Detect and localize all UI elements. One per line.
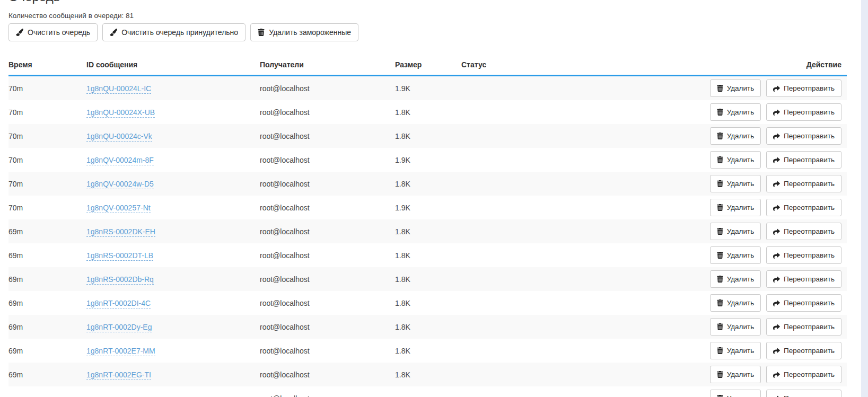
resend-message-button[interactable]: Переотправить bbox=[766, 175, 841, 192]
cell-status bbox=[461, 196, 695, 219]
cell-message-id: 1g8nRT-0002Dy-Eg bbox=[86, 315, 260, 339]
forward-arrow-icon bbox=[773, 228, 780, 235]
message-id-link[interactable]: 1g8nRS-0002DK-EH bbox=[86, 227, 155, 237]
delete-message-button[interactable]: Удалить bbox=[710, 390, 761, 397]
delete-message-label: Удалить bbox=[727, 370, 755, 378]
page-title: Очередь bbox=[8, 0, 860, 4]
resend-message-label: Переотправить bbox=[784, 132, 835, 140]
message-id-link[interactable]: 1g8nQV-00024m-8F bbox=[86, 156, 154, 165]
resend-message-label: Переотправить bbox=[784, 180, 835, 188]
resend-message-button[interactable]: Переотправить bbox=[766, 127, 841, 145]
delete-message-button[interactable]: Удалить bbox=[710, 151, 761, 169]
cell-action: Удалить Переотправить bbox=[695, 100, 847, 124]
resend-message-button[interactable]: Переотправить bbox=[766, 246, 841, 264]
cell-action: Удалить Переотправить bbox=[695, 315, 847, 339]
cell-size: 1.8K bbox=[395, 219, 461, 243]
message-id-link[interactable]: 1g8nQV-000257-Nt bbox=[86, 204, 151, 213]
forward-arrow-icon bbox=[773, 85, 780, 92]
delete-message-label: Удалить bbox=[727, 84, 755, 92]
cell-time: 70m bbox=[8, 76, 86, 101]
cell-message-id bbox=[86, 386, 260, 397]
resend-message-button[interactable]: Переотправить bbox=[766, 270, 841, 288]
forward-arrow-icon bbox=[773, 299, 780, 306]
message-id-link[interactable]: 1g8nQV-00024w-D5 bbox=[86, 180, 154, 189]
cell-time: 70m bbox=[8, 172, 86, 196]
delete-message-button[interactable]: Удалить bbox=[710, 199, 761, 216]
resend-message-label: Переотправить bbox=[784, 108, 835, 116]
resend-message-label: Переотправить bbox=[784, 204, 835, 211]
delete-message-button[interactable]: Удалить bbox=[710, 342, 761, 359]
delete-message-label: Удалить bbox=[727, 299, 755, 307]
forward-arrow-icon bbox=[773, 395, 780, 397]
resend-message-label: Переотправить bbox=[784, 227, 835, 235]
forward-arrow-icon bbox=[773, 204, 780, 211]
resend-message-label: Переотправить bbox=[784, 323, 835, 331]
delete-message-button[interactable]: Удалить bbox=[710, 246, 761, 264]
cell-status bbox=[461, 363, 695, 386]
delete-message-button[interactable]: Удалить bbox=[710, 80, 761, 97]
resend-message-label: Переотправить bbox=[784, 394, 835, 397]
resend-message-button[interactable]: Переотправить bbox=[766, 342, 841, 359]
queue-table-row: 69m 1g8nRT-0002Dy-Eg root@localhost 1.8K… bbox=[8, 315, 847, 339]
queue-table-row: 69m 1g8nRS-0002DT-LB root@localhost 1.8K… bbox=[8, 243, 847, 267]
queue-count-value: 81 bbox=[126, 12, 134, 20]
cell-size: 1.8K bbox=[395, 100, 461, 124]
message-id-link[interactable]: 1g8nRS-0002DT-LB bbox=[86, 251, 153, 261]
delete-message-button[interactable]: Удалить bbox=[710, 175, 761, 192]
queue-toolbar: Очистить очередь Очистить очередь принуд… bbox=[8, 23, 860, 41]
resend-message-button[interactable]: Переотправить bbox=[766, 199, 841, 216]
resend-message-button[interactable]: Переотправить bbox=[766, 294, 841, 312]
delete-message-button[interactable]: Удалить bbox=[710, 270, 761, 288]
message-id-link[interactable]: 1g8nRS-0002Db-Rq bbox=[86, 275, 154, 285]
cell-action: Удалить Переотправить bbox=[695, 76, 847, 101]
cell-time: 69m bbox=[8, 363, 86, 386]
col-header-size: Размер bbox=[395, 53, 461, 76]
cell-recipients: root@localhost bbox=[260, 196, 395, 219]
queue-table-row: 70m 1g8nQU-00024c-Vk root@localhost 1.8K… bbox=[8, 124, 847, 148]
resend-message-label: Переотправить bbox=[784, 251, 835, 259]
paintbrush-icon bbox=[110, 29, 117, 36]
cell-status bbox=[461, 172, 695, 196]
resend-message-button[interactable]: Переотправить bbox=[766, 318, 841, 336]
resend-message-label: Переотправить bbox=[784, 275, 835, 283]
message-id-link[interactable]: 1g8nQU-00024X-UB bbox=[86, 108, 155, 118]
cell-message-id: 1g8nRT-0002EG-TI bbox=[86, 363, 260, 386]
resend-message-button[interactable]: Переотправить bbox=[766, 390, 841, 397]
cell-size: 1.9K bbox=[395, 148, 461, 172]
cell-action: Удалить Переотправить bbox=[695, 267, 847, 291]
delete-message-button[interactable]: Удалить bbox=[710, 366, 761, 383]
delete-message-label: Удалить bbox=[727, 204, 755, 211]
resend-message-button[interactable]: Переотправить bbox=[766, 80, 841, 97]
resend-message-button[interactable]: Переотправить bbox=[766, 103, 841, 121]
resend-message-button[interactable]: Переотправить bbox=[766, 151, 841, 169]
resend-message-label: Переотправить bbox=[784, 84, 835, 92]
trash-icon bbox=[717, 204, 723, 211]
message-id-link[interactable]: 1g8nRT-0002E7-MM bbox=[86, 347, 155, 356]
queue-table-row: 70m 1g8nQV-00024w-D5 root@localhost 1.8K… bbox=[8, 172, 847, 196]
delete-message-button[interactable]: Удалить bbox=[710, 127, 761, 145]
cell-size: 1.8K bbox=[395, 315, 461, 339]
cell-recipients: root@localhost bbox=[260, 339, 395, 363]
message-id-link[interactable]: 1g8nQU-00024c-Vk bbox=[86, 132, 152, 142]
queue-table-row: 69m 1g8nRT-0002DI-4C root@localhost 1.8K… bbox=[8, 291, 847, 315]
col-header-status: Статус bbox=[461, 53, 695, 76]
delete-message-button[interactable]: Удалить bbox=[710, 318, 761, 336]
delete-message-button[interactable]: Удалить bbox=[710, 103, 761, 121]
delete-frozen-button[interactable]: Удалить замороженные bbox=[250, 23, 358, 41]
resend-message-button[interactable]: Переотправить bbox=[766, 223, 841, 240]
force-clear-queue-button[interactable]: Очистить очередь принудительно bbox=[102, 23, 246, 41]
clear-queue-button[interactable]: Очистить очередь bbox=[8, 23, 98, 41]
message-id-link[interactable]: 1g8nRT-0002DI-4C bbox=[86, 299, 151, 308]
message-id-link[interactable]: 1g8nQU-00024L-IC bbox=[86, 84, 151, 94]
page-edge-strip bbox=[861, 0, 868, 397]
trash-icon bbox=[717, 323, 723, 330]
content-area: Очередь Количество сообщений в очереди: … bbox=[0, 0, 868, 397]
message-id-link[interactable]: 1g8nRT-0002Dy-Eg bbox=[86, 323, 152, 332]
delete-message-button[interactable]: Удалить bbox=[710, 223, 761, 240]
resend-message-button[interactable]: Переотправить bbox=[766, 366, 841, 383]
delete-message-button[interactable]: Удалить bbox=[710, 294, 761, 312]
cell-time: 70m bbox=[8, 196, 86, 219]
cell-recipients: root@localhost bbox=[260, 386, 395, 397]
message-id-link[interactable]: 1g8nRT-0002EG-TI bbox=[86, 370, 151, 380]
queue-count-text: Количество сообщений в очереди: 81 bbox=[8, 12, 860, 20]
